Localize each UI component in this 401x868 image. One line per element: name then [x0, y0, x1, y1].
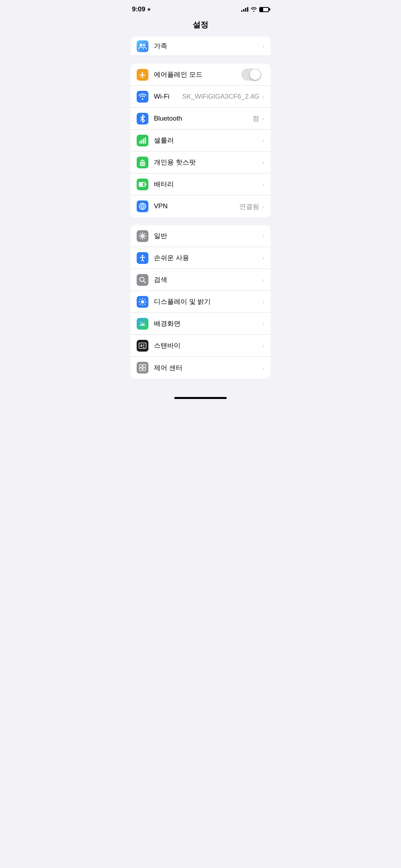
svg-point-17	[141, 321, 142, 323]
wallpaper-chevron: ›	[262, 320, 264, 327]
airplane-label: 에어플레인 모드	[154, 70, 241, 79]
signal-icon	[241, 7, 248, 12]
hotspot-label: 개인용 핫스팟	[154, 158, 262, 167]
setting-row-search[interactable]: 검색 ›	[130, 269, 271, 291]
general-chevron: ›	[262, 233, 264, 239]
svg-point-16	[141, 300, 144, 303]
profile-partial-row[interactable]: 가족 ›	[130, 36, 271, 56]
battery-settings-icon	[137, 179, 148, 190]
vpn-icon	[137, 200, 148, 212]
cellular-chevron: ›	[262, 137, 264, 144]
svg-point-0	[140, 43, 143, 46]
airplane-toggle[interactable]	[241, 69, 261, 81]
wifi-chevron: ›	[262, 93, 264, 100]
control-center-chevron: ›	[262, 365, 264, 371]
control-center-icon	[137, 362, 148, 374]
display-icon	[137, 296, 148, 308]
wifi-label: Wi-Fi	[154, 93, 182, 101]
svg-rect-20	[139, 343, 146, 348]
svg-point-1	[143, 43, 146, 46]
page-title: 설정	[124, 16, 277, 36]
vpn-value: 연결됨	[239, 202, 259, 211]
general-label: 일반	[154, 231, 262, 240]
battery-chevron: ›	[262, 181, 264, 188]
family-icon	[137, 40, 148, 52]
setting-row-wifi[interactable]: Wi-Fi SK_WiFiGIGA3CF6_2.4G ›	[130, 86, 271, 108]
battery-status-icon	[259, 7, 269, 12]
setting-row-battery[interactable]: 배터리 ›	[130, 173, 271, 195]
accessibility-chevron: ›	[262, 254, 264, 261]
setting-row-bluetooth[interactable]: Bluetooth 켬 ›	[130, 108, 271, 130]
svg-rect-9	[145, 183, 146, 185]
setting-row-standby[interactable]: 스탠바이 ›	[130, 335, 271, 357]
svg-point-21	[143, 346, 145, 348]
wallpaper-icon	[137, 318, 148, 330]
search-settings-icon	[137, 274, 148, 286]
family-label: 가족	[154, 42, 262, 51]
hotspot-icon	[137, 157, 148, 168]
wifi-value: SK_WiFiGIGA3CF6_2.4G	[182, 93, 259, 101]
battery-label: 배터리	[154, 180, 262, 189]
svg-point-7	[142, 160, 143, 161]
status-bar: 9:09 ★	[124, 0, 277, 16]
status-icons	[241, 7, 269, 12]
bluetooth-value: 켬	[253, 114, 259, 123]
wifi-icon	[137, 91, 148, 103]
cellular-icon	[137, 135, 148, 146]
setting-row-control-center[interactable]: 제어 센터 ›	[130, 357, 271, 379]
home-indicator-area	[124, 386, 277, 402]
vpn-chevron: ›	[262, 203, 264, 210]
control-center-label: 제어 센터	[154, 363, 262, 372]
status-time: 9:09	[132, 5, 145, 13]
airplane-icon	[137, 69, 148, 81]
accessibility-label: 손쉬운 사용	[154, 253, 262, 262]
svg-rect-3	[141, 140, 143, 144]
standby-icon	[137, 340, 148, 352]
svg-rect-24	[139, 368, 142, 371]
display-label: 디스플레이 및 밝기	[154, 297, 262, 306]
section-spacer-1	[124, 56, 277, 64]
profile-section: 가족 ›	[130, 36, 271, 56]
cellular-label: 셀룰러	[154, 136, 262, 145]
svg-rect-23	[143, 365, 146, 367]
setting-row-airplane[interactable]: 에어플레인 모드	[130, 64, 271, 86]
general-section: 일반 › 손쉬운 사용 › 검색 ›	[130, 225, 271, 379]
bluetooth-label: Bluetooth	[154, 115, 253, 123]
bluetooth-icon	[137, 113, 148, 125]
setting-row-cellular[interactable]: 셀룰러 ›	[130, 130, 271, 152]
search-label: 검색	[154, 275, 262, 284]
svg-point-14	[142, 254, 143, 256]
svg-rect-25	[143, 368, 146, 371]
svg-point-19	[144, 322, 145, 323]
display-chevron: ›	[262, 298, 264, 305]
star-icon: ★	[147, 7, 151, 12]
wifi-status-icon	[251, 7, 257, 12]
setting-row-general[interactable]: 일반 ›	[130, 225, 271, 247]
accessibility-icon	[137, 252, 148, 264]
general-icon	[137, 230, 148, 242]
standby-chevron: ›	[262, 342, 264, 349]
svg-rect-4	[143, 139, 144, 144]
setting-row-accessibility[interactable]: 손쉬운 사용 ›	[130, 247, 271, 269]
svg-rect-22	[139, 365, 142, 367]
setting-row-vpn[interactable]: VPN 연결됨 ›	[130, 195, 271, 217]
setting-row-wallpaper[interactable]: 배경화면 ›	[130, 313, 271, 335]
family-chevron: ›	[262, 43, 264, 49]
setting-row-hotspot[interactable]: 개인용 핫스팟 ›	[130, 152, 271, 173]
home-indicator	[174, 397, 227, 399]
svg-rect-2	[139, 141, 141, 144]
vpn-label: VPN	[154, 202, 239, 210]
wallpaper-label: 배경화면	[154, 319, 262, 328]
svg-rect-10	[139, 183, 143, 186]
svg-rect-5	[145, 137, 146, 144]
setting-row-display[interactable]: 디스플레이 및 밝기 ›	[130, 291, 271, 313]
svg-point-12	[142, 235, 144, 237]
network-section: 에어플레인 모드 Wi-Fi SK_WiFiGIGA3CF6_2.4G › Bl…	[130, 64, 271, 217]
standby-label: 스탠바이	[154, 341, 262, 350]
bluetooth-chevron: ›	[262, 115, 264, 122]
hotspot-chevron: ›	[262, 159, 264, 166]
search-chevron: ›	[262, 276, 264, 283]
